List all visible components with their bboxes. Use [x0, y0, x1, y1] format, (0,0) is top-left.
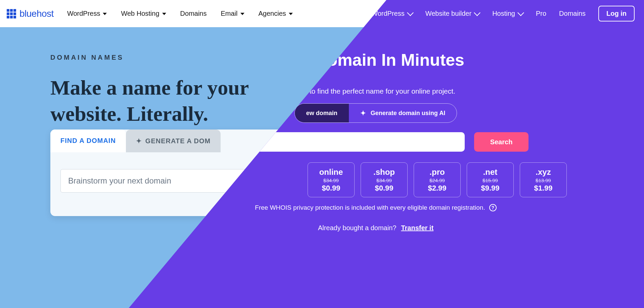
nav-agencies[interactable]: Agencies [259, 10, 293, 17]
nav-label: Agencies [259, 10, 286, 17]
tld-old-price: $13.99 [536, 177, 551, 183]
nav-label: Website builder [425, 10, 471, 17]
domain-brainstorm-input[interactable] [60, 169, 248, 193]
sparkle-icon: ✦ [360, 109, 366, 117]
chevron-down-icon [289, 13, 293, 15]
whois-text: Free WHOIS privacy protection is include… [255, 204, 485, 211]
help-icon[interactable]: ? [489, 204, 497, 211]
nav-email[interactable]: Email [221, 10, 244, 17]
bluehost-hero: DOMAIN NAMES Make a name for your websit… [50, 54, 292, 127]
nav-hosting[interactable]: Hosting [492, 10, 523, 17]
bluehost-logo-icon [7, 9, 16, 18]
pill-label: ew domain [306, 110, 337, 117]
nav-pro[interactable]: Pro [536, 10, 546, 17]
bluehost-nav: WordPress Web Hosting Domains Email Agen… [67, 10, 293, 17]
chevron-down-icon [240, 13, 244, 15]
pill-label: Generate domain using AI [371, 110, 445, 117]
transfer-link[interactable]: Transfer it [401, 224, 433, 232]
pill-generate-ai[interactable]: ✦ Generate domain using AI [349, 104, 457, 122]
chevron-down-icon [103, 13, 107, 15]
hostinger-nav: WordPress Website builder Hosting Pro Do… [371, 10, 586, 17]
nav-wordpress[interactable]: WordPress [371, 10, 413, 17]
pill-new-domain[interactable]: ew domain [295, 104, 349, 122]
tld-card-online[interactable]: online $34.99 $0.99 [308, 162, 355, 197]
tab-label: FIND A DOMAIN [60, 137, 116, 144]
tld-ext: .shop [373, 167, 395, 177]
tld-ext: .pro [429, 167, 445, 177]
tld-card-net[interactable]: .net $15.99 $9.99 [467, 162, 514, 197]
nav-website-builder[interactable]: Website builder [425, 10, 479, 17]
hero-eyebrow: DOMAIN NAMES [50, 54, 292, 61]
chevron-down-icon [407, 9, 414, 16]
tld-card-shop[interactable]: .shop $34.99 $0.99 [361, 162, 408, 197]
pill-group: ew domain ✦ Generate domain using AI [294, 103, 457, 123]
bluehost-logo-text: bluehost [19, 8, 54, 19]
search-label: Search [490, 138, 513, 146]
tld-old-price: $34.99 [323, 177, 339, 183]
tld-card-pro[interactable]: .pro $24.99 $2.99 [414, 162, 461, 197]
tab-label: GENERATE A DOM [145, 137, 211, 145]
nav-label: Web Hosting [121, 10, 159, 17]
login-button[interactable]: Log in [598, 6, 635, 21]
nav-label: Domains [559, 10, 586, 17]
tld-ext: .net [483, 167, 498, 177]
transfer-row: Already bought a domain? Transfer it [128, 224, 624, 232]
nav-web-hosting[interactable]: Web Hosting [121, 10, 166, 17]
tld-card-xyz[interactable]: .xyz $13.99 $1.99 [520, 162, 567, 197]
nav-label: Domains [180, 10, 207, 17]
tab-find-domain[interactable]: FIND A DOMAIN [50, 130, 126, 152]
bluehost-logo[interactable]: bluehost [7, 8, 54, 19]
nav-label: WordPress [67, 10, 100, 17]
nav-label: Pro [536, 10, 546, 17]
tld-ext: .xyz [536, 167, 551, 177]
tld-old-price: $24.99 [429, 177, 445, 183]
tld-old-price: $34.99 [376, 177, 392, 183]
chevron-down-icon [162, 13, 166, 15]
tld-new-price: $0.99 [322, 184, 340, 193]
tld-new-price: $9.99 [481, 184, 499, 193]
nav-wordpress[interactable]: WordPress [67, 10, 107, 17]
login-label: Log in [606, 10, 627, 17]
tld-old-price: $15.99 [482, 177, 498, 183]
tld-new-price: $1.99 [534, 184, 552, 193]
nav-domains[interactable]: Domains [559, 10, 586, 17]
tld-new-price: $0.99 [375, 184, 393, 193]
transfer-question: Already bought a domain? [318, 224, 397, 232]
nav-label: Hosting [492, 10, 515, 17]
chevron-down-icon [517, 9, 524, 16]
tld-new-price: $2.99 [428, 184, 446, 193]
search-button[interactable]: Search [474, 132, 529, 152]
tld-ext: online [319, 167, 343, 177]
sparkle-icon: ✦ [136, 137, 142, 145]
chevron-down-icon [474, 9, 480, 16]
nav-label: Email [221, 10, 237, 17]
hero-headline: Make a name for your website. Literally. [50, 75, 292, 127]
tab-generate-domain[interactable]: ✦ GENERATE A DOM [126, 130, 221, 152]
nav-domains[interactable]: Domains [180, 10, 207, 17]
